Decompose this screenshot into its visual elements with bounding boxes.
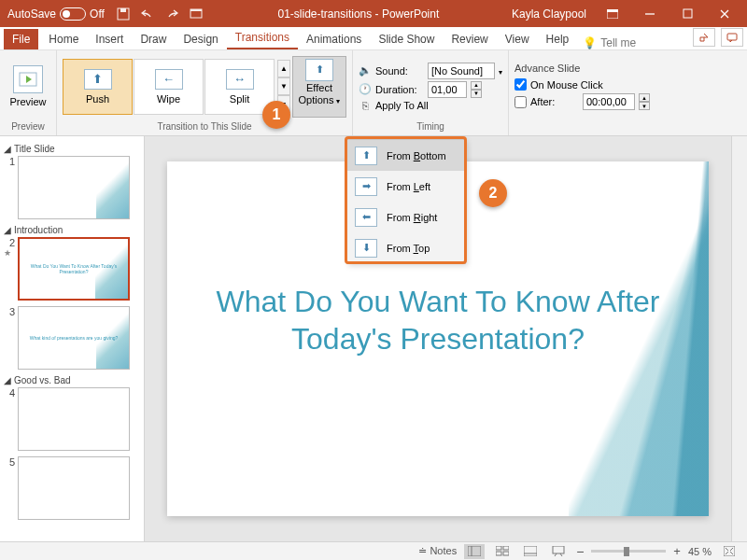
- svg-rect-20: [553, 546, 564, 553]
- duration-input[interactable]: [428, 81, 467, 98]
- group-preview: Preview: [6, 119, 50, 133]
- title-bar: AutoSave Off 01-slide-transitions - Powe…: [0, 0, 747, 27]
- on-mouse-click-checkbox[interactable]: [514, 78, 527, 91]
- tab-help[interactable]: Help: [538, 29, 578, 49]
- split-label: Split: [230, 93, 249, 105]
- ribbon-display-options-icon[interactable]: [594, 0, 631, 27]
- start-from-beginning-icon[interactable]: [187, 5, 205, 23]
- tab-transitions[interactable]: Transitions: [227, 27, 298, 49]
- share-button[interactable]: [693, 28, 715, 47]
- after-down[interactable]: ▼: [639, 102, 650, 110]
- close-icon[interactable]: [706, 0, 743, 27]
- slide-sorter-view-icon[interactable]: [492, 544, 513, 559]
- ribbon: Preview Preview ⬆ Push ← Wipe ↔ Split: [0, 50, 747, 136]
- preview-label: Preview: [9, 96, 46, 107]
- undo-icon[interactable]: [138, 5, 157, 23]
- after-up[interactable]: ▲: [639, 93, 650, 102]
- sound-label: Sound:: [375, 65, 424, 77]
- duration-icon: 🕐: [359, 83, 372, 95]
- thumb-number-2: 2: [4, 237, 15, 248]
- gallery-scroll-up[interactable]: ▲: [277, 60, 290, 77]
- effect-options-icon: ⬆: [305, 59, 333, 81]
- tab-insert[interactable]: Insert: [87, 29, 132, 49]
- transition-push[interactable]: ⬆ Push: [63, 59, 133, 115]
- minimize-icon[interactable]: [631, 0, 669, 27]
- tab-home[interactable]: Home: [40, 29, 87, 49]
- tab-review[interactable]: Review: [443, 29, 496, 49]
- push-label: Push: [86, 93, 109, 105]
- tab-design[interactable]: Design: [175, 29, 226, 49]
- animation-indicator-icon: ★: [4, 248, 15, 258]
- tell-me-search[interactable]: 💡 Tell me: [583, 36, 636, 49]
- svg-rect-10: [727, 34, 737, 40]
- callout-1: 1: [262, 101, 290, 129]
- gallery-scroll-down[interactable]: ▼: [277, 77, 290, 95]
- after-input[interactable]: [583, 93, 635, 110]
- menu-from-top[interactable]: ⬇ From Top: [347, 232, 465, 263]
- split-icon: ↔: [226, 69, 254, 90]
- zoom-in-button[interactable]: +: [673, 544, 681, 558]
- ribbon-tabs: File Home Insert Draw Design Transitions…: [0, 27, 747, 50]
- slideshow-view-icon[interactable]: [548, 544, 569, 559]
- transition-gallery: ⬆ Push ← Wipe ↔ Split ▲ ▼ ▾: [63, 59, 290, 115]
- tab-slideshow[interactable]: Slide Show: [370, 29, 443, 49]
- sound-icon: 🔈: [359, 64, 372, 77]
- preview-button[interactable]: Preview: [6, 56, 50, 118]
- zoom-slider[interactable]: [591, 550, 666, 553]
- reading-view-icon[interactable]: [520, 544, 541, 559]
- autosave-toggle[interactable]: AutoSave Off: [7, 7, 105, 21]
- fit-to-window-icon[interactable]: [719, 544, 740, 559]
- apply-to-all-button[interactable]: Apply To All: [375, 100, 429, 111]
- slide-title-text[interactable]: What Do You Want To Know After Today's P…: [167, 283, 709, 357]
- thumbnail-1[interactable]: [18, 156, 130, 219]
- menu-from-right[interactable]: ⬅ From Right: [347, 202, 465, 232]
- redo-icon[interactable]: [162, 5, 181, 23]
- slide-thumbnail-panel[interactable]: ◢ Title Slide 1 ◢ Introduction 2★ What D…: [0, 136, 145, 541]
- svg-rect-5: [607, 9, 618, 12]
- thumb-number-3: 3: [4, 306, 15, 317]
- wipe-icon: ←: [155, 69, 183, 90]
- duration-up[interactable]: ▲: [471, 81, 482, 90]
- notes-button[interactable]: ≐ Notes: [418, 545, 457, 557]
- effect-options-button[interactable]: ⬆ Effect Options ▾: [292, 56, 346, 118]
- tab-draw[interactable]: Draw: [132, 29, 175, 49]
- thumbnail-4[interactable]: [18, 387, 130, 451]
- on-mouse-click-label[interactable]: On Mouse Click: [530, 79, 603, 91]
- menu-from-bottom[interactable]: ⬆ From Bottom: [347, 140, 465, 171]
- status-bar: ≐ Notes − + 45 %: [0, 541, 747, 560]
- sound-select[interactable]: [428, 63, 495, 79]
- user-name[interactable]: Kayla Claypool: [512, 7, 586, 21]
- duration-label: Duration:: [375, 84, 424, 95]
- duration-down[interactable]: ▼: [471, 90, 482, 98]
- section-introduction[interactable]: ◢ Introduction: [4, 225, 140, 235]
- tell-me-label: Tell me: [600, 36, 636, 49]
- svg-rect-12: [468, 546, 481, 556]
- apply-all-icon: ⎘: [359, 100, 372, 111]
- menu-from-left[interactable]: ➡ From Left: [347, 171, 465, 202]
- after-checkbox[interactable]: [514, 96, 527, 108]
- zoom-out-button[interactable]: −: [576, 544, 584, 559]
- sound-dropdown-icon[interactable]: [499, 65, 502, 77]
- tab-file[interactable]: File: [4, 29, 38, 49]
- maximize-icon[interactable]: [669, 0, 706, 27]
- thumbnail-3[interactable]: What kind of presentations are you givin…: [18, 306, 130, 370]
- section-title-slide[interactable]: ◢ Title Slide: [4, 144, 140, 154]
- section-good-vs-bad[interactable]: ◢ Good vs. Bad: [4, 375, 140, 385]
- tab-animations[interactable]: Animations: [298, 29, 370, 49]
- vertical-scrollbar[interactable]: [731, 136, 747, 541]
- normal-view-icon[interactable]: [464, 544, 485, 559]
- thumbnail-2[interactable]: What Do You Want To Know After Today's P…: [18, 237, 130, 301]
- thumb-number-5: 5: [4, 456, 15, 468]
- lightbulb-icon: 💡: [583, 36, 597, 49]
- save-icon[interactable]: [114, 5, 133, 23]
- svg-rect-18: [524, 546, 537, 556]
- after-label[interactable]: After:: [530, 96, 579, 107]
- thumbnail-5[interactable]: [18, 456, 130, 520]
- comments-button[interactable]: [721, 28, 743, 47]
- wipe-label: Wipe: [157, 93, 180, 105]
- transition-wipe[interactable]: ← Wipe: [134, 59, 204, 115]
- zoom-level[interactable]: 45 %: [688, 546, 712, 557]
- document-title: 01-slide-transitions - PowerPoint: [205, 7, 512, 21]
- tab-view[interactable]: View: [497, 29, 538, 49]
- svg-rect-7: [684, 9, 692, 18]
